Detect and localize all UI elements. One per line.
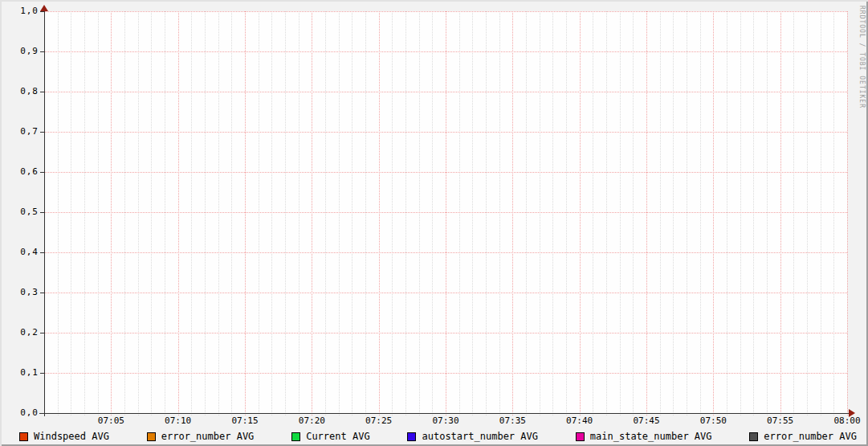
major-hgridline [44,92,847,92]
minor-vgridline [165,11,165,415]
y-tick-label: 0,9 [0,47,39,56]
x-tick-label: 07:50 [695,415,731,426]
x-tick-label: 07:45 [629,415,664,426]
legend-swatch-icon [749,432,758,441]
y-tick-label: 0,8 [0,87,39,96]
minor-vgridline [405,11,406,415]
major-hgridline [44,132,847,133]
x-tick-label: 07:15 [227,415,263,426]
y-tick-label: 0,5 [0,207,39,217]
minor-vgridline [151,11,152,415]
minor-vgridline [552,11,553,415]
legend-label: error_number AVG [161,431,255,442]
major-vgridline [512,11,513,415]
minor-vgridline [459,11,460,415]
minor-vgridline [526,11,527,415]
legend-swatch-icon [407,432,416,441]
legend-label: Windspeed AVG [34,431,109,442]
minor-vgridline [271,11,272,415]
minor-vgridline [339,11,340,415]
minor-vgridline [660,11,661,415]
minor-vgridline [593,11,593,415]
y-axis-arrow-icon [40,5,48,11]
legend: Windspeed AVGerror_number AVGCurrent AVG… [0,430,868,443]
major-vgridline [178,11,179,415]
x-tick-label: 07:40 [562,415,597,426]
legend-item: Windspeed AVG [19,431,109,442]
minor-vgridline [138,11,139,415]
legend-item: error_number AVG [147,431,255,442]
major-vgridline [245,11,246,415]
y-tick-label: 0,7 [0,127,39,137]
major-hgridline [44,333,847,333]
major-vgridline [580,11,581,415]
minor-vgridline [98,11,99,415]
minor-vgridline [673,11,674,415]
minor-vgridline [205,11,206,415]
x-axis-line [39,413,851,414]
minor-vgridline [753,11,754,415]
major-vgridline [111,11,112,415]
y-tick-label: 0,1 [0,368,39,378]
major-hgridline [44,252,847,253]
y-tick-label: 0,0 [0,408,39,418]
major-hgridline [44,11,847,12]
y-tick-label: 1,0 [0,6,39,16]
y-tick-label: 0,2 [0,328,39,338]
minor-vgridline [218,11,219,415]
rrdtool-graph: 1,00,90,80,70,60,50,40,30,20,10,0 07:050… [0,0,868,446]
minor-vgridline [540,11,540,415]
x-tick-label: 07:05 [93,415,128,426]
legend-swatch-icon [19,432,28,441]
major-vgridline [446,11,446,415]
minor-vgridline [767,11,768,415]
minor-vgridline [71,11,71,415]
major-hgridline [44,172,847,173]
minor-vgridline [231,11,232,415]
x-tick-label: 07:25 [361,415,397,426]
minor-vgridline [793,11,794,415]
major-hgridline [44,293,847,293]
watermark: RRDTOOL / TOBI OETIKER [858,6,866,108]
minor-vgridline [486,11,487,415]
minor-vgridline [687,11,687,415]
legend-item: autostart_number AVG [407,431,538,442]
y-tick-label: 0,4 [0,248,39,257]
x-tick-label: 07:35 [495,415,530,426]
legend-label: Current AVG [306,431,369,442]
minor-vgridline [325,11,326,415]
major-hgridline [44,51,847,52]
major-vgridline [646,11,647,415]
minor-vgridline [807,11,808,415]
minor-vgridline [365,11,366,415]
major-vgridline [847,11,848,415]
major-vgridline [312,11,312,415]
minor-vgridline [472,11,473,415]
major-hgridline [44,212,847,213]
x-tick-label: 08:00 [829,415,865,426]
minor-vgridline [432,11,433,415]
minor-vgridline [499,11,500,415]
major-vgridline [780,11,781,415]
minor-vgridline [833,11,834,415]
minor-vgridline [821,11,821,415]
minor-vgridline [259,11,259,415]
minor-vgridline [124,11,125,415]
major-vgridline [713,11,714,415]
minor-vgridline [740,11,741,415]
legend-label: main_state_number AVG [590,431,712,442]
minor-vgridline [419,11,420,415]
x-tick-label: 07:55 [763,415,798,426]
legend-item: Current AVG [291,431,369,442]
x-tick-label: 07:10 [161,415,196,426]
legend-swatch-icon [576,432,585,441]
minor-vgridline [352,11,352,415]
legend-swatch-icon [147,432,156,441]
minor-vgridline [606,11,607,415]
y-axis-line [44,6,45,416]
minor-vgridline [620,11,621,415]
x-tick-label: 07:30 [428,415,463,426]
legend-item: main_state_number AVG [576,431,712,442]
minor-vgridline [285,11,286,415]
minor-vgridline [727,11,727,415]
